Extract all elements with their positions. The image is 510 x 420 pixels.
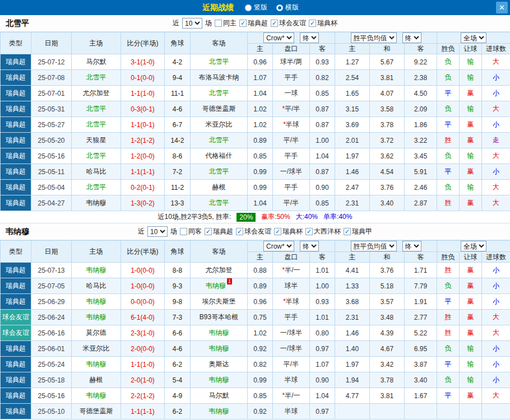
avg-home-cell: 1.97 <box>335 148 370 164</box>
filter-checkbox[interactable]: ✓瑞典超 <box>205 227 233 236</box>
handicap-result-cell: 赢 <box>460 278 482 294</box>
league-cell: 瑞典超 <box>1 117 31 133</box>
games-label: 场 <box>205 18 212 28</box>
match-row: 瑞典超25-05-16韦纳穆2-2(1-2)4-9马尔默0.85*半/一1.04… <box>1 388 510 404</box>
avg-draw-cell: 5.18 <box>370 278 405 294</box>
final-avg-select[interactable]: 终 <box>402 32 421 43</box>
avg-draw-cell: 4.67 <box>370 341 405 357</box>
subcol-header: 胜负 <box>437 44 460 54</box>
score-col-header: 比分(半场) <box>121 32 165 54</box>
odds-away-cell: 0.85 <box>310 195 335 211</box>
bookmaker-select[interactable]: Crow* <box>263 241 294 251</box>
date-cell: 25-05-24 <box>31 357 72 372</box>
match-row: 瑞典超25-05-04北雪平0-2(0-1)11-2赫根0.99平手0.902.… <box>1 180 510 195</box>
score-cell: 2-0(0-0) <box>121 341 165 357</box>
near-label: 近 <box>138 227 145 236</box>
home-team-cell: 北雪平 <box>72 101 121 117</box>
avg-odds-select[interactable]: 胜平负均值 <box>351 241 397 251</box>
avg-home-cell: 3.68 <box>335 294 370 310</box>
goals-result-cell: 小 <box>482 263 510 278</box>
header-controls: 全场 <box>437 32 510 44</box>
checkbox-checked-icon: ✓ <box>236 228 243 235</box>
titlebar-center: 近期战绩 竖版 横版 <box>202 3 308 13</box>
match-row: 瑞典超25-05-11哈马比1-1(1-1)7-2北雪平0.99一/球半0.87… <box>1 164 510 180</box>
checkbox-checked-icon: ✓ <box>305 228 313 235</box>
sections-container: 北雪平近10场同主✓瑞典超✓球会友谊✓瑞典杯类型日期主场比分(半场)角球客场Cr… <box>0 15 510 419</box>
match-count-select[interactable]: 10 <box>147 226 168 237</box>
subcol-header: 让球 <box>460 252 482 263</box>
filter-checkbox[interactable]: ✓瑞典甲 <box>344 227 372 236</box>
final-odds-select[interactable]: 终 <box>300 241 319 251</box>
match-row: 瑞典超25-05-27北雪平1-1(0-1)6-7米亚尔比1.02*半球0.87… <box>1 117 510 133</box>
handicap-cell: 平/半 <box>273 195 310 211</box>
matches-table: 类型日期主场比分(半场)角球客场Crow*终胜平负均值终全场主盘口客主和客胜负让… <box>0 32 510 211</box>
league-cell: 瑞典超 <box>1 54 31 70</box>
final-odds-select[interactable]: 终 <box>300 32 319 43</box>
filter-checkbox[interactable]: ✓瑞典杯 <box>309 18 337 28</box>
corner-cell: 8-6 <box>165 148 191 164</box>
match-count-select[interactable]: 10 <box>182 18 202 29</box>
date-cell: 25-06-24 <box>31 310 72 325</box>
avg-home-cell: 1.27 <box>335 54 370 70</box>
handicap-result-cell: 赢 <box>460 86 482 101</box>
filter-checkbox[interactable]: 同主 <box>215 18 237 28</box>
filter-checkbox[interactable]: ✓大西洋杯 <box>305 227 341 236</box>
avg-home-cell: 3.69 <box>335 117 370 133</box>
filter-checkbox[interactable]: 同客 <box>180 227 202 236</box>
odds-home-cell: 0.85 <box>248 148 273 164</box>
handicap-cell: *半球 <box>273 294 310 310</box>
home-team-cell: 韦纳穆 <box>72 263 121 278</box>
handicap-result-cell: 赢 <box>460 310 482 325</box>
match-row: 瑞典超25-07-08北雪平0-1(0-0)9-4布洛马波卡纳1.07平手0.8… <box>1 70 510 86</box>
outcome-cell: 负 <box>437 70 460 86</box>
close-button[interactable]: ✕ <box>496 2 508 13</box>
scope-select[interactable]: 全场 <box>461 32 486 43</box>
header-controls: 全场 <box>437 241 510 252</box>
odds-home-cell: 1.04 <box>248 86 273 101</box>
score-cell: 2-0(1-0) <box>121 372 165 388</box>
handicap-result-cell: 赢 <box>460 164 482 180</box>
date-cell: 25-06-16 <box>31 325 72 341</box>
scope-select[interactable]: 全场 <box>461 241 486 251</box>
filter-checkbox[interactable]: ✓瑞典超 <box>239 18 268 28</box>
avg-draw-cell: 3.40 <box>370 195 405 211</box>
league-cell: 瑞典超 <box>1 388 31 404</box>
goals-result-cell: 大 <box>482 180 510 195</box>
final-avg-select[interactable]: 终 <box>402 241 421 251</box>
avg-draw-cell: 3.58 <box>370 101 405 117</box>
goals-result-cell: 大 <box>482 325 510 341</box>
date-cell: 25-05-11 <box>31 164 72 180</box>
radio-vertical-layout[interactable]: 竖版 <box>245 3 267 12</box>
home-team-cell: 赫根 <box>72 372 121 388</box>
odds-home-cell: 0.85 <box>248 388 273 404</box>
score-cell: 0-3(0-1) <box>121 101 165 117</box>
bookmaker-select[interactable]: Crow* <box>263 32 294 43</box>
avg-home-cell: 2.54 <box>335 70 370 86</box>
home-team-cell: 北雪平 <box>72 148 121 164</box>
filter-checkbox[interactable]: ✓瑞典杯 <box>274 227 303 236</box>
date-cell: 25-05-27 <box>31 117 72 133</box>
handicap-cell: 球半 <box>273 278 310 294</box>
page-title: 近期战绩 <box>202 3 234 13</box>
filter-checkbox[interactable]: ✓球会友谊 <box>236 227 271 236</box>
outcome-cell: 负 <box>437 101 460 117</box>
checkbox-checked-icon: ✓ <box>205 228 212 235</box>
avg-odds-select[interactable]: 胜平负均值 <box>351 32 397 43</box>
corner-cell: 4-6 <box>165 341 191 357</box>
filter-checkbox-label: 瑞典超 <box>248 18 268 28</box>
handicap-cell: *半/一 <box>273 263 310 278</box>
score-cell: 1-3(0-2) <box>121 195 165 211</box>
home-team-cell: 尤尔加登 <box>72 86 121 101</box>
filter-checkbox[interactable]: ✓球会友谊 <box>271 18 306 28</box>
avg-away-cell: 1.91 <box>405 294 437 310</box>
outcome-cell: 胜 <box>437 195 460 211</box>
score-cell: 1-1(1-1) <box>121 164 165 180</box>
checkbox-unchecked-icon <box>180 228 187 235</box>
home-team-cell: 韦纳穆 <box>72 357 121 372</box>
odds-home-cell: 0.99 <box>248 164 273 180</box>
corner-cell: 7-2 <box>165 164 191 180</box>
handicap-result-cell: 赢 <box>460 325 482 341</box>
radio-horizontal-layout[interactable]: 横版 <box>276 3 299 12</box>
avg-home-cell: 2.01 <box>335 133 370 148</box>
league-col-header: 类型 <box>1 32 31 54</box>
